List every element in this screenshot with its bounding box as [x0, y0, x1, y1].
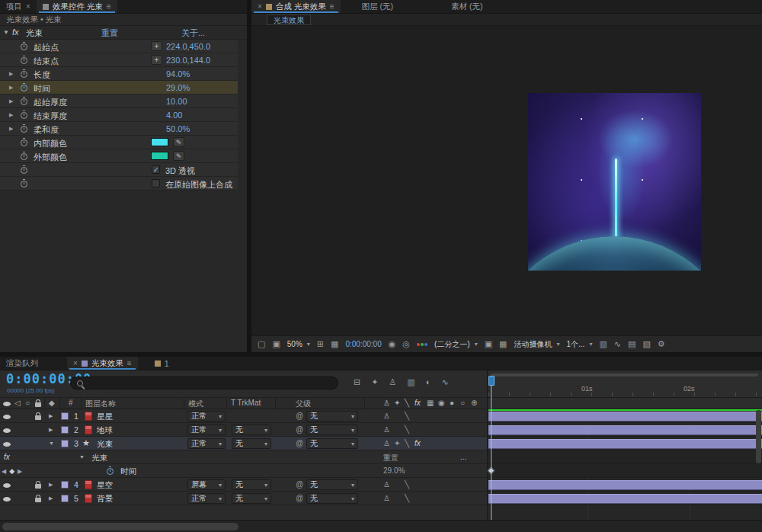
- panel-menu-icon[interactable]: ≡: [127, 359, 132, 367]
- reset-button[interactable]: 重置: [101, 27, 118, 39]
- eye-icon[interactable]: [3, 483, 11, 488]
- timeline-view-icon[interactable]: ▤: [628, 339, 636, 349]
- trkmat-dropdown[interactable]: 无▾: [232, 493, 271, 504]
- effect-header-row[interactable]: ▼ fx 光束 重置 关于...: [0, 26, 247, 40]
- flowchart-icon[interactable]: ▧: [642, 339, 650, 349]
- work-area-bar[interactable]: [490, 373, 759, 377]
- eyedropper-icon[interactable]: ✎: [173, 137, 184, 147]
- layer-name[interactable]: 背景: [97, 494, 113, 505]
- tab-timeline-comp[interactable]: × 光束效果 ≡: [67, 357, 138, 370]
- grid-guides-icon[interactable]: ⊞: [317, 339, 324, 349]
- fx-column-icon[interactable]: fx: [415, 399, 421, 407]
- reset-button[interactable]: 重置: [383, 453, 399, 463]
- exposure-gear-icon[interactable]: ⚙: [658, 339, 665, 349]
- expander-arrow-icon[interactable]: ▶: [9, 98, 13, 104]
- shy-switch[interactable]: ♙: [383, 494, 390, 502]
- eye-icon[interactable]: [3, 497, 11, 502]
- more-options[interactable]: ...: [460, 453, 466, 461]
- trkmat-dropdown[interactable]: 无▾: [232, 425, 271, 435]
- composition-viewport[interactable]: [251, 26, 762, 335]
- transparency-grid-icon[interactable]: ▦: [499, 339, 507, 349]
- 3d-column-icon[interactable]: ○: [460, 399, 465, 407]
- motion-blur-icon[interactable]: ◐: [426, 377, 431, 387]
- crosshair-icon[interactable]: +: [151, 41, 162, 51]
- preview-timecode[interactable]: 0:00:00:00: [345, 340, 381, 348]
- horizontal-scrollbar[interactable]: [2, 523, 239, 530]
- channel-icon[interactable]: [417, 343, 427, 346]
- checkbox-checked[interactable]: ✓: [152, 165, 160, 174]
- stopwatch-icon[interactable]: [21, 43, 27, 50]
- twirl-icon[interactable]: ▶: [49, 413, 53, 419]
- close-icon[interactable]: ×: [258, 2, 262, 11]
- label-color-chip[interactable]: [61, 495, 69, 502]
- mask-visibility-icon[interactable]: ▦: [331, 339, 338, 349]
- quality-switch[interactable]: ╲: [405, 425, 409, 434]
- end-thickness-value[interactable]: 4.00: [166, 111, 182, 120]
- table-row-layer-5[interactable]: ▶ 5 背景 正常▾ 无▾ @ 无▾ ♙ ╲: [0, 492, 487, 505]
- parent-dropdown[interactable]: 无▾: [306, 479, 358, 490]
- layer-name[interactable]: 地球: [97, 425, 113, 436]
- outer-color-swatch[interactable]: [151, 152, 168, 160]
- mini-flowchart-icon[interactable]: ⊟: [354, 377, 360, 387]
- label-color-chip[interactable]: [61, 481, 69, 489]
- effect-name[interactable]: 光束: [91, 453, 107, 463]
- audio-icon[interactable]: ◁: [14, 399, 21, 407]
- stopwatch-icon[interactable]: [21, 181, 27, 187]
- twirl-icon[interactable]: ▶: [49, 495, 53, 502]
- quality-switch[interactable]: ╲: [405, 412, 409, 420]
- collapse-switch[interactable]: ✦: [394, 439, 400, 447]
- mode-dropdown[interactable]: 正常▾: [187, 438, 226, 449]
- shy-switch[interactable]: ♙: [383, 480, 390, 489]
- softness-value[interactable]: 50.0%: [166, 124, 190, 133]
- close-icon[interactable]: ×: [26, 2, 30, 11]
- snapshot-icon[interactable]: ◉: [389, 339, 396, 349]
- pickwhip-icon[interactable]: @: [296, 425, 303, 434]
- track-layer-2[interactable]: [488, 423, 762, 437]
- shy-switch[interactable]: ♙: [383, 412, 390, 420]
- eye-icon[interactable]: [3, 428, 11, 433]
- track-layer-4[interactable]: [488, 478, 762, 492]
- shy-switch[interactable]: ♙: [383, 439, 390, 447]
- lock-icon[interactable]: [35, 402, 41, 407]
- screen-mode-icon[interactable]: ▣: [272, 339, 280, 349]
- label-color-chip[interactable]: [61, 412, 69, 420]
- table-row-layer-2[interactable]: ▶ 2 地球 正常▾ 无▾ @ 无▾ ♙ ╲: [0, 423, 487, 437]
- pickwhip-icon[interactable]: @: [296, 412, 303, 420]
- prev-keyframe-icon[interactable]: ◀: [2, 468, 6, 475]
- twirl-icon[interactable]: ▶: [49, 427, 53, 433]
- lock-icon[interactable]: [35, 415, 41, 420]
- start-thickness-value[interactable]: 10.00: [166, 97, 187, 106]
- mode-dropdown[interactable]: 屏幕▾: [187, 479, 226, 490]
- layer-name[interactable]: 星空: [97, 480, 113, 491]
- time-value[interactable]: 29.0%: [383, 466, 405, 475]
- crosshair-icon[interactable]: +: [151, 55, 162, 65]
- quality-switch[interactable]: ╲: [405, 480, 409, 489]
- lock-icon[interactable]: [35, 484, 41, 489]
- adjustment-column-icon[interactable]: ●: [450, 399, 454, 407]
- track-layer-3[interactable]: [488, 437, 762, 450]
- quality-switch[interactable]: ╲: [405, 494, 409, 502]
- parent-column-header[interactable]: 父级: [296, 399, 311, 409]
- stopwatch-icon[interactable]: [21, 71, 27, 78]
- time-value[interactable]: 29.0%: [166, 83, 190, 92]
- layer-duration-bar[interactable]: [488, 425, 762, 435]
- motion-blur-column-icon[interactable]: ◉: [438, 399, 445, 407]
- frame-blend-column-icon[interactable]: ▦: [427, 399, 434, 407]
- effect-row-beam[interactable]: fx ▼ 光束 重置 ...: [0, 450, 487, 464]
- search-input[interactable]: [70, 377, 338, 389]
- expander-arrow-icon[interactable]: ▶: [9, 112, 13, 118]
- inner-color-swatch[interactable]: [151, 138, 168, 146]
- number-column-header[interactable]: #: [69, 399, 73, 407]
- checkbox-unchecked[interactable]: [152, 179, 160, 187]
- tab-layer[interactable]: 图层 (无): [356, 0, 399, 13]
- tab-effect-controls[interactable]: 效果控件 光束 ≡: [37, 0, 117, 13]
- keyframe-navigator[interactable]: ◀ ◆ ▶: [2, 467, 22, 475]
- hide-shy-icon[interactable]: ♙: [389, 377, 396, 387]
- quality-switch[interactable]: ╲: [405, 439, 409, 447]
- expander-arrow-icon[interactable]: ▶: [9, 85, 13, 91]
- table-row-layer-4[interactable]: ▶ 4 星空 屏幕▾ 无▾ @ 无▾ ♙ ╲: [0, 478, 487, 492]
- roi-icon[interactable]: ▣: [485, 339, 492, 349]
- view-layout-dropdown[interactable]: 1个...▾: [566, 339, 592, 350]
- label-color-chip[interactable]: [61, 440, 69, 447]
- tab-project[interactable]: 项目 ×: [0, 0, 37, 13]
